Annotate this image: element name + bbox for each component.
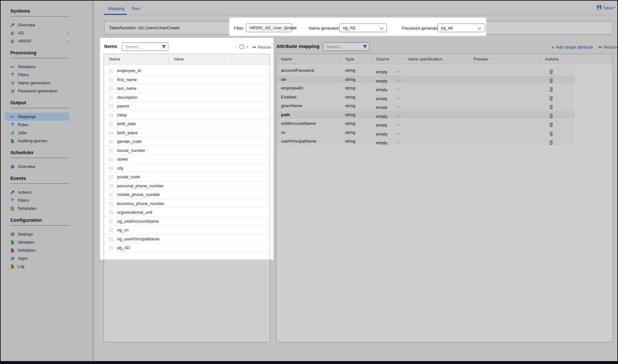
drag-handle-icon[interactable]	[109, 140, 113, 143]
attribute-resize-button[interactable]: ↔ Resize	[598, 44, 617, 50]
save-button[interactable]: Save *	[597, 5, 616, 10]
trash-icon	[549, 96, 553, 102]
items-row-postal-code[interactable]: postal_code	[104, 173, 270, 182]
items-row-description[interactable]: description	[104, 93, 270, 102]
sidebar-item-password-generation[interactable]: Password generation	[5, 87, 69, 95]
mapping-arrows-icon	[10, 65, 15, 69]
items-row-gender-code[interactable]: gender_code	[104, 137, 270, 146]
sidebar-item-settings[interactable]: Settings	[5, 230, 69, 238]
sidebar-item-roles[interactable]: Roles	[5, 121, 69, 129]
drag-handle-icon[interactable]	[109, 237, 113, 241]
items-row-business-phone-number[interactable]: business_phone_number	[104, 199, 270, 208]
drag-handle-icon[interactable]	[109, 219, 113, 223]
items-row-birth-place[interactable]: birth_place	[104, 128, 270, 137]
filter-select[interactable]: HR500_AD_User_Create	[246, 23, 292, 32]
drag-handle-icon[interactable]	[109, 157, 113, 161]
items-row-ng-samaccountname[interactable]: ng_sAMAccountName	[104, 217, 270, 226]
delete-attribute-button[interactable]	[547, 139, 551, 144]
delete-attribute-button[interactable]	[547, 68, 551, 73]
sidebar-item-ad[interactable]: AD›	[5, 29, 69, 37]
attribute-row-givenname: givenNamestringempty	[276, 102, 575, 110]
sidebar-item-hr500[interactable]: HR500›	[5, 37, 69, 45]
drag-handle-icon[interactable]	[109, 202, 113, 205]
sidebar-item-templates[interactable]: Templates	[5, 204, 69, 212]
sidebar-item-filters[interactable]: Filters	[5, 196, 69, 204]
sidebar-item-auditing-queries[interactable]: Auditing queries	[5, 137, 69, 145]
drag-handle-icon[interactable]	[109, 104, 113, 108]
items-row-personal-phone-number[interactable]: personal_phone_number	[104, 182, 270, 191]
sidebar-item-filters[interactable]: Filters	[5, 71, 69, 79]
sidebar-item-variables[interactable]: Variables	[5, 238, 69, 246]
sidebar-nav: SystemsOverviewAD›HR500›ProcessingRelati…	[1, 1, 93, 270]
sidebar-item-label: Variables	[17, 240, 34, 245]
drag-handle-icon[interactable]	[109, 175, 113, 179]
name-generator-select[interactable]: ng_AD	[339, 23, 387, 32]
items-row-ng-userprincipalname[interactable]: ng_userPrincipalName	[104, 235, 270, 244]
drag-handle-icon[interactable]	[109, 210, 113, 214]
drag-handle-icon[interactable]	[109, 87, 113, 90]
items-search-input[interactable]	[122, 42, 168, 51]
delete-attribute-button[interactable]	[547, 77, 551, 82]
drag-handle-icon[interactable]	[109, 166, 113, 170]
attribute-name: sn	[281, 130, 286, 135]
drag-handle-icon[interactable]	[109, 149, 113, 152]
attribute-table-header: Name Type Source Value specification Pre…	[276, 54, 613, 64]
items-row-city[interactable]: city	[104, 164, 270, 173]
items-row-initial[interactable]: initial	[104, 111, 270, 120]
tab-run[interactable]: Run	[132, 6, 140, 11]
drag-handle-icon[interactable]	[109, 246, 113, 249]
sidebar-item-jobs[interactable]: Jobs	[5, 129, 69, 137]
drag-handle-icon[interactable]	[109, 228, 113, 232]
items-row-street[interactable]: street	[104, 155, 270, 164]
sidebar-item-apps[interactable]: Apps	[5, 254, 69, 262]
sidebar-item-name-generation[interactable]: Name generation	[5, 79, 69, 87]
sidebar-section-title: Events	[10, 175, 93, 182]
items-next-button[interactable]: ›	[246, 43, 248, 49]
sidebar-item-mappings[interactable]: Mappings	[5, 113, 69, 121]
drag-handle-icon[interactable]	[109, 113, 113, 117]
tab-mapping[interactable]: Mapping	[108, 6, 125, 11]
attribute-type: string	[345, 77, 355, 82]
items-row-first-name[interactable]: first_name	[104, 75, 270, 84]
sidebar-item-overview[interactable]: Overview	[5, 21, 69, 29]
items-stop-button[interactable]	[239, 45, 244, 49]
drag-handle-icon[interactable]	[109, 69, 113, 72]
delete-attribute-button[interactable]	[547, 95, 551, 99]
password-generator-select[interactable]: pg_ad	[437, 23, 485, 32]
sidebar-item-relations[interactable]: Relations	[5, 63, 69, 71]
sidebar-item-label: Filters	[18, 198, 29, 203]
sidebar-item-validation[interactable]: Validation	[5, 246, 69, 254]
drag-handle-icon[interactable]	[109, 96, 113, 99]
column-divider	[168, 57, 169, 61]
sidebar-item-actions[interactable]: Actions	[5, 188, 69, 196]
items-prev-button[interactable]: ‹	[235, 43, 236, 49]
add-target-attribute-button[interactable]: + Add target attribute	[551, 44, 593, 50]
delete-attribute-button[interactable]	[547, 86, 551, 90]
delete-attribute-button[interactable]	[547, 112, 551, 117]
delete-attribute-button[interactable]	[547, 103, 551, 108]
items-resize-button[interactable]: ↔ Resize	[252, 44, 271, 50]
sidebar-item-log[interactable]: Log	[5, 262, 69, 270]
items-row-mobile-phone-number[interactable]: mobile_phone_number	[104, 190, 270, 199]
source-dropdown[interactable]: empty	[376, 139, 403, 147]
drag-handle-icon[interactable]	[109, 184, 113, 188]
items-row-last-name[interactable]: last_name	[104, 84, 270, 93]
drag-handle-icon[interactable]	[109, 122, 113, 126]
trash-icon	[549, 114, 553, 119]
delete-attribute-button[interactable]	[547, 121, 551, 126]
items-row-parent[interactable]: parent	[104, 102, 270, 111]
items-row-birth-date[interactable]: birth_date	[104, 119, 270, 128]
items-row-organizational-unit[interactable]: organizational_unit	[104, 208, 270, 217]
drag-handle-icon[interactable]	[109, 78, 113, 81]
items-row-house-number[interactable]: house_number	[104, 146, 270, 155]
items-row-pg-ad[interactable]: pg_AD	[104, 243, 270, 252]
drag-handle-icon[interactable]	[109, 193, 113, 196]
drag-handle-icon[interactable]	[109, 131, 113, 135]
sidebar-item-overview[interactable]: Overview	[5, 163, 69, 171]
items-row-employee-id[interactable]: employee_id	[104, 66, 270, 75]
delete-attribute-button[interactable]	[547, 130, 551, 135]
attribute-search-input[interactable]	[323, 42, 370, 51]
attribute-resize-label: Resize	[604, 45, 617, 50]
items-row-ng-cn[interactable]: ng_cn	[104, 226, 270, 235]
items-table-header: Name Value	[104, 54, 270, 64]
